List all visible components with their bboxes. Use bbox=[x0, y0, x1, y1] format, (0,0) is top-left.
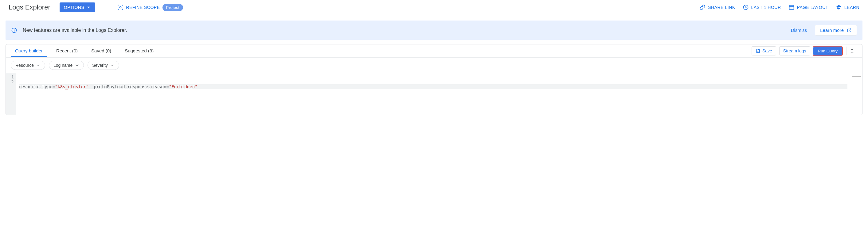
filter-chip-severity-label: Severity bbox=[92, 63, 108, 68]
token-space bbox=[89, 84, 94, 89]
options-button[interactable]: OPTIONS bbox=[60, 2, 95, 12]
options-label: OPTIONS bbox=[64, 5, 85, 10]
svg-point-5 bbox=[14, 29, 14, 29]
text-cursor bbox=[19, 99, 19, 104]
notification-bar: New features are available in the Logs E… bbox=[5, 21, 863, 40]
filter-chip-log-name-label: Log name bbox=[54, 63, 72, 68]
tab-query-builder[interactable]: Query builder bbox=[11, 44, 47, 57]
chevron-down-icon bbox=[110, 64, 115, 67]
chevron-down-icon bbox=[36, 64, 40, 67]
filter-chip-log-name[interactable]: Log name bbox=[49, 61, 84, 70]
learn-more-label: Learn more bbox=[820, 28, 844, 33]
save-label: Save bbox=[762, 48, 772, 53]
learn-label: LEARN bbox=[844, 5, 859, 10]
minimap-mark bbox=[852, 76, 861, 77]
tab-saved[interactable]: Saved (0) bbox=[87, 44, 116, 57]
editor-content[interactable]: resource.type="k8s_cluster" protoPayload… bbox=[16, 73, 850, 115]
chevron-down-icon bbox=[75, 64, 79, 67]
page-layout-button[interactable]: PAGE LAYOUT bbox=[788, 4, 828, 10]
caret-down-icon bbox=[87, 5, 91, 9]
editor-minimap[interactable] bbox=[850, 73, 862, 115]
token-string: "Forbidden" bbox=[169, 84, 197, 89]
svg-rect-6 bbox=[757, 51, 758, 52]
clock-icon bbox=[743, 4, 749, 10]
link-icon bbox=[700, 4, 706, 10]
save-icon bbox=[755, 48, 761, 53]
token-key: resource.type bbox=[19, 84, 53, 89]
refine-scope-label: REFINE SCOPE bbox=[126, 5, 160, 10]
time-range-label: LAST 1 HOUR bbox=[751, 5, 781, 10]
editor-gutter: 1 2 bbox=[6, 73, 16, 115]
tab-suggested[interactable]: Suggested (3) bbox=[120, 44, 158, 57]
editor-line-2[interactable] bbox=[19, 99, 847, 104]
gutter-line-1: 1 bbox=[9, 74, 14, 79]
token-key: protoPayload.response.reason bbox=[94, 84, 166, 89]
svg-rect-7 bbox=[757, 49, 758, 50]
stream-logs-button[interactable]: Stream logs bbox=[779, 46, 810, 55]
learn-button[interactable]: LEARN bbox=[836, 4, 859, 10]
share-link-button[interactable]: SHARE LINK bbox=[700, 4, 735, 10]
notification-text: New features are available in the Logs E… bbox=[23, 28, 127, 33]
gutter-line-2: 2 bbox=[9, 79, 14, 84]
filter-chip-severity[interactable]: Severity bbox=[88, 61, 119, 70]
token-string: "k8s_cluster" bbox=[55, 84, 89, 89]
page-title: Logs Explorer bbox=[9, 3, 50, 11]
query-editor[interactable]: 1 2 resource.type="k8s_cluster" protoPay… bbox=[6, 73, 862, 115]
collapse-toggle[interactable] bbox=[846, 46, 857, 55]
filter-chip-resource-label: Resource bbox=[16, 63, 34, 68]
graduation-cap-icon bbox=[836, 4, 842, 10]
dismiss-button[interactable]: Dismiss bbox=[791, 28, 807, 33]
info-icon bbox=[11, 27, 17, 33]
svg-rect-2 bbox=[789, 5, 794, 9]
page-layout-label: PAGE LAYOUT bbox=[797, 5, 828, 10]
save-button[interactable]: Save bbox=[752, 46, 776, 55]
filter-chip-resource[interactable]: Resource bbox=[11, 61, 45, 70]
token-op: = bbox=[53, 84, 55, 89]
editor-line-1[interactable]: resource.type="k8s_cluster" protoPayload… bbox=[19, 84, 847, 89]
tab-recent[interactable]: Recent (0) bbox=[52, 44, 82, 57]
refine-scope-button[interactable]: REFINE SCOPE Project bbox=[117, 4, 183, 11]
share-link-label: SHARE LINK bbox=[708, 5, 735, 10]
run-query-button[interactable]: Run Query bbox=[813, 46, 842, 55]
stream-logs-label: Stream logs bbox=[783, 48, 806, 53]
layout-icon bbox=[788, 4, 795, 10]
scope-badge: Project bbox=[162, 4, 183, 11]
open-in-new-icon bbox=[847, 28, 852, 33]
scope-icon bbox=[117, 4, 123, 10]
chevron-down-icon bbox=[850, 48, 854, 51]
token-op: = bbox=[166, 84, 168, 89]
svg-point-0 bbox=[120, 7, 121, 8]
chevron-up-icon bbox=[850, 51, 854, 54]
time-range-button[interactable]: LAST 1 HOUR bbox=[743, 4, 781, 10]
learn-more-button[interactable]: Learn more bbox=[815, 25, 857, 36]
